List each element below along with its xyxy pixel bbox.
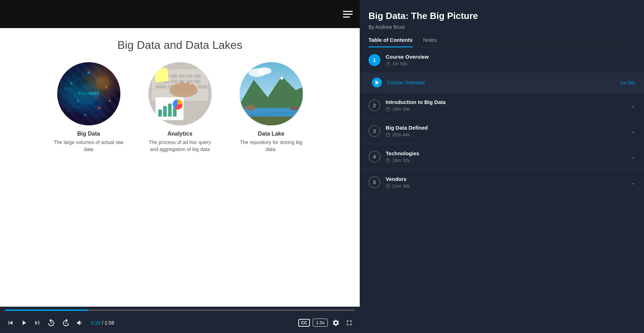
- svg-point-7: [84, 114, 86, 116]
- svg-text:00111: 00111: [96, 114, 104, 117]
- section-1-info: Course Overview 1m 58s: [386, 54, 635, 66]
- svg-point-1: [87, 71, 90, 74]
- toc-section-5: 5 Vendors 21m 34s ⌄: [360, 170, 644, 195]
- clock-icon-3: [386, 133, 390, 137]
- section-1-duration: 1m 58s: [386, 61, 635, 66]
- svg-rect-28: [194, 74, 200, 78]
- lake-name: Data Lake: [258, 131, 285, 137]
- svg-line-9: [89, 73, 106, 87]
- section-2-header[interactable]: 2 Introduction to Big Data 18m 19s ⌄: [360, 93, 644, 118]
- sidebar: Big Data: The Big Picture By Andrew Brus…: [360, 0, 644, 333]
- svg-point-6: [109, 100, 111, 102]
- play-triangle-1-1: [376, 80, 379, 85]
- svg-text:10: 10: [65, 322, 68, 324]
- svg-line-14: [68, 101, 78, 111]
- svg-rect-34: [194, 80, 200, 83]
- play-button[interactable]: [19, 318, 29, 328]
- section-3-header[interactable]: 3 Big Data Defined 22m 44s ⌄: [360, 118, 644, 144]
- chevron-4: ⌄: [631, 154, 635, 160]
- rewind-10-button[interactable]: 10: [45, 317, 57, 329]
- menu-icon[interactable]: [343, 11, 353, 18]
- svg-line-11: [106, 87, 110, 101]
- svg-point-53: [257, 67, 271, 74]
- svg-rect-45: [158, 110, 162, 117]
- video-panel: Big Data and Data Lakes: [0, 0, 360, 333]
- course-author: By Andrew Brust: [369, 24, 635, 30]
- section-4-num: 4: [369, 151, 380, 163]
- section-3-num: 3: [369, 125, 380, 137]
- slide-item-lake: Data Lake The repository for storing big…: [236, 62, 306, 153]
- video-content: Big Data and Data Lakes: [0, 28, 360, 307]
- section-1-header[interactable]: 1 Course Overview 1m 58s: [360, 47, 644, 73]
- toc-section-4: 4 Technologies 26m 32s ⌄: [360, 144, 644, 170]
- speed-button[interactable]: 1.0x: [313, 319, 328, 327]
- progress-bar[interactable]: [5, 309, 354, 311]
- svg-text:11001: 11001: [75, 105, 83, 109]
- analytics-circle: [148, 62, 212, 125]
- svg-text:10010: 10010: [92, 95, 101, 98]
- section-4-name: Technologies: [386, 150, 627, 156]
- svg-rect-25: [171, 74, 177, 78]
- sidebar-tabs: Table of Contents Notes: [369, 37, 635, 47]
- analytics-name: Analytics: [167, 131, 192, 137]
- subitem-1-1-name: Course Overview: [387, 80, 620, 85]
- section-5-num: 5: [369, 176, 380, 188]
- cc-button[interactable]: CC: [298, 319, 310, 327]
- svg-point-4: [98, 106, 101, 109]
- svg-point-3: [77, 100, 79, 102]
- svg-point-61: [290, 106, 298, 111]
- chevron-2: ⌄: [631, 102, 635, 109]
- section-5-header[interactable]: 5 Vendors 21m 34s ⌄: [360, 170, 644, 195]
- section-2-name: Introduction to Big Data: [386, 99, 627, 105]
- section-1-num: 1: [369, 54, 380, 66]
- subitem-1-1[interactable]: Course Overview 1m 58s: [360, 73, 644, 92]
- svg-rect-35: [155, 85, 166, 89]
- skip-forward-button[interactable]: [32, 318, 42, 328]
- clock-icon-4: [386, 158, 390, 163]
- section-4-header[interactable]: 4 Technologies 26m 32s ⌄: [360, 144, 644, 169]
- svg-rect-47: [168, 104, 172, 117]
- tab-notes[interactable]: Notes: [423, 37, 437, 47]
- section-3-duration: 22m 44s: [386, 132, 627, 137]
- fullscreen-button[interactable]: [344, 318, 354, 328]
- slide-title: Big Data and Data Lakes: [118, 39, 243, 52]
- svg-point-0: [70, 82, 72, 84]
- time-display: 0:28 / 1:58: [91, 320, 114, 326]
- time-separator: /: [102, 320, 105, 326]
- toc-section-2: 2 Introduction to Big Data 18m 19s ⌄: [360, 93, 644, 118]
- current-time: 0:28: [91, 320, 100, 326]
- settings-button[interactable]: [331, 318, 341, 328]
- svg-rect-62: [240, 117, 303, 125]
- svg-rect-43: [154, 68, 169, 83]
- clock-icon-1: [386, 62, 390, 66]
- section-2-num: 2: [369, 99, 380, 111]
- bigdata-name: Big Data: [77, 131, 100, 137]
- svg-point-15: [78, 83, 99, 104]
- video-controls: 10 10 0:28 / 1:58 CC: [0, 307, 360, 333]
- skip-back-button[interactable]: [5, 318, 16, 328]
- chevron-5: ⌄: [631, 179, 635, 186]
- controls-row: 10 10 0:28 / 1:58 CC: [5, 312, 354, 333]
- forward-10-button[interactable]: 10: [60, 317, 72, 329]
- total-time: 1:58: [105, 320, 114, 326]
- slide-items: 01101 10010 11001 00111 Big Data The lar…: [54, 62, 306, 153]
- section-3-name: Big Data Defined: [386, 125, 627, 131]
- slide-item-bigdata: 01101 10010 11001 00111 Big Data The lar…: [54, 62, 124, 153]
- tab-toc[interactable]: Table of Contents: [369, 37, 413, 47]
- toc-list: 1 Course Overview 1m 58s Course Overview…: [360, 47, 644, 333]
- svg-rect-40: [180, 81, 184, 91]
- svg-rect-41: [185, 82, 190, 91]
- bigdata-desc: The large volumes of actual raw data: [54, 139, 124, 153]
- toc-section-3: 3 Big Data Defined 22m 44s ⌄: [360, 118, 644, 144]
- svg-point-16: [96, 76, 110, 90]
- section-2-duration: 18m 19s: [386, 106, 627, 112]
- section-5-info: Vendors 21m 34s: [386, 176, 627, 189]
- svg-rect-39: [175, 83, 179, 92]
- sidebar-header: Big Data: The Big Picture By Andrew Brus…: [360, 0, 644, 47]
- slide-item-analytics: Analytics The process of ad hoc query an…: [145, 62, 215, 153]
- clock-icon-5: [386, 184, 390, 188]
- volume-button[interactable]: [75, 318, 85, 328]
- lake-desc: The repository for storing big data.: [236, 139, 306, 153]
- svg-point-60: [245, 105, 255, 111]
- subitem-1-1-duration: 1m 58s: [620, 80, 635, 85]
